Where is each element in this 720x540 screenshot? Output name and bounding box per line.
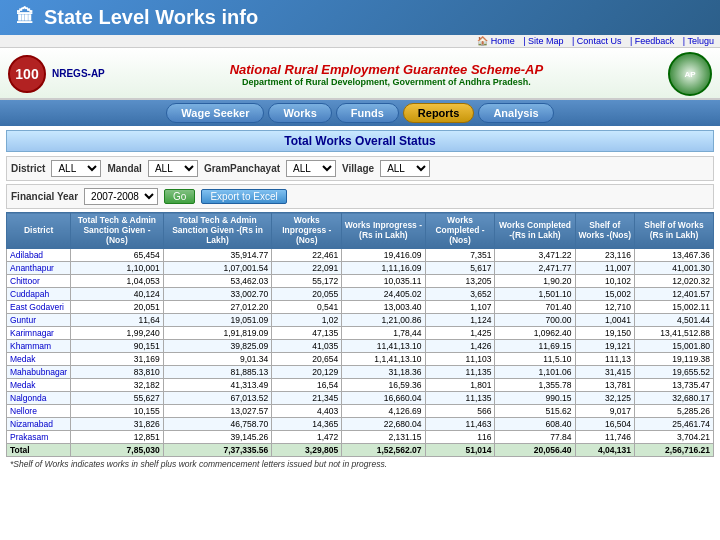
table-row: Medak31,1699,01.3420,6541,1,41,13.1011,1… xyxy=(7,352,714,365)
data-cell: 1,99,240 xyxy=(71,326,164,339)
fy-label: Financial Year xyxy=(11,191,78,202)
nregs-label: NREGS-AP xyxy=(52,68,105,80)
mandal-label: Mandal xyxy=(107,163,141,174)
data-cell: 11,746 xyxy=(575,430,635,443)
data-cell: 11,135 xyxy=(425,365,495,378)
export-button[interactable]: Export to Excel xyxy=(201,189,286,204)
nav-funds[interactable]: Funds xyxy=(336,103,399,123)
nav-works[interactable]: Works xyxy=(268,103,331,123)
fy-select[interactable]: 2007-2008 xyxy=(84,188,158,205)
data-cell: 19,655.52 xyxy=(635,365,714,378)
data-cell: 13,467.36 xyxy=(635,248,714,261)
nav-analysis[interactable]: Analysis xyxy=(478,103,553,123)
nav-bar: Wage Seeker Works Funds Reports Analysis xyxy=(0,100,720,126)
feedback-link[interactable]: | Feedback xyxy=(630,36,674,46)
data-cell: 31,18.36 xyxy=(342,365,425,378)
sitemap-link[interactable]: | Site Map xyxy=(523,36,563,46)
district-cell[interactable]: Mahabubnagar xyxy=(7,365,71,378)
works-table: District Total Tech & Admin Sanction Giv… xyxy=(6,212,714,457)
data-cell: 24,405.02 xyxy=(342,287,425,300)
district-cell[interactable]: Cuddapah xyxy=(7,287,71,300)
data-cell: 15,002.11 xyxy=(635,300,714,313)
data-cell: 32,680.17 xyxy=(635,391,714,404)
go-button[interactable]: Go xyxy=(164,189,195,204)
data-cell: 1,0041 xyxy=(575,313,635,326)
data-cell: 990.15 xyxy=(495,391,575,404)
title-bar: 🏛 State Level Works info xyxy=(0,0,720,35)
main-content: Total Works Overall Status District ALL … xyxy=(0,126,720,475)
total-value: 4,04,131 xyxy=(575,443,635,456)
data-cell: 1,91,819.09 xyxy=(163,326,272,339)
district-cell[interactable]: Ananthapur xyxy=(7,261,71,274)
data-cell: 16,59.36 xyxy=(342,378,425,391)
data-cell: 90,151 xyxy=(71,339,164,352)
data-cell: 31,169 xyxy=(71,352,164,365)
total-row: Total7,85,0307,37,335.563,29,8051,52,562… xyxy=(7,443,714,456)
total-value: 51,014 xyxy=(425,443,495,456)
contact-link[interactable]: | Contact Us xyxy=(572,36,621,46)
col-shelf-lakh: Shelf of Works (Rs in Lakh) xyxy=(635,213,714,249)
district-cell[interactable]: Medak xyxy=(7,378,71,391)
data-cell: 32,182 xyxy=(71,378,164,391)
data-cell: 701.40 xyxy=(495,300,575,313)
data-cell: 1,07,001.54 xyxy=(163,261,272,274)
data-cell: 111,13 xyxy=(575,352,635,365)
nav-reports[interactable]: Reports xyxy=(403,103,475,123)
filter-row-2: Financial Year 2007-2008 Go Export to Ex… xyxy=(6,184,714,209)
data-cell: 39,825.09 xyxy=(163,339,272,352)
col-comp-nos: Works Completed -(Nos) xyxy=(425,213,495,249)
data-cell: 35,914.77 xyxy=(163,248,272,261)
data-cell: 16,660.04 xyxy=(342,391,425,404)
site-header: 100 NREGS-AP National Rural Employment G… xyxy=(0,48,720,100)
district-cell[interactable]: Karimnagar xyxy=(7,326,71,339)
data-cell: 515.62 xyxy=(495,404,575,417)
data-cell: 25,461.74 xyxy=(635,417,714,430)
district-cell[interactable]: Chittoor xyxy=(7,274,71,287)
footer-note: *Shelf of Works indicates works in shelf… xyxy=(6,457,714,471)
data-cell: 11,64 xyxy=(71,313,164,326)
district-cell[interactable]: Guntur xyxy=(7,313,71,326)
district-cell[interactable]: Medak xyxy=(7,352,71,365)
data-cell: 23,116 xyxy=(575,248,635,261)
data-cell: 608.40 xyxy=(495,417,575,430)
data-cell: 11,135 xyxy=(425,391,495,404)
center-header: National Rural Employment Guarantee Sche… xyxy=(113,62,660,87)
data-cell: 4,126.69 xyxy=(342,404,425,417)
district-cell[interactable]: Prakasam xyxy=(7,430,71,443)
district-cell[interactable]: Adilabad xyxy=(7,248,71,261)
col-inprog-lakh: Works Inprogress -(Rs in Lakh) xyxy=(342,213,425,249)
data-cell: 0,541 xyxy=(272,300,342,313)
data-cell: 1,04,053 xyxy=(71,274,164,287)
data-cell: 19,150 xyxy=(575,326,635,339)
data-cell: 1,801 xyxy=(425,378,495,391)
data-cell: 1,425 xyxy=(425,326,495,339)
district-cell[interactable]: Nalgonda xyxy=(7,391,71,404)
data-cell: 4,501.44 xyxy=(635,313,714,326)
district-cell[interactable]: Khammam xyxy=(7,339,71,352)
filter-row-1: District ALL Mandal ALL GramPanchayat AL… xyxy=(6,156,714,181)
home-link[interactable]: 🏠 Home xyxy=(477,36,515,46)
data-cell: 14,365 xyxy=(272,417,342,430)
district-cell[interactable]: Nizamabad xyxy=(7,417,71,430)
district-label: District xyxy=(11,163,45,174)
data-cell: 33,002.70 xyxy=(163,287,272,300)
telugu-link[interactable]: | Telugu xyxy=(683,36,714,46)
total-value: 2,56,716.21 xyxy=(635,443,714,456)
data-cell: 20,055 xyxy=(272,287,342,300)
district-cell[interactable]: Nellore xyxy=(7,404,71,417)
data-cell: 11,007 xyxy=(575,261,635,274)
data-cell: 12,710 xyxy=(575,300,635,313)
nav-wage-seeker[interactable]: Wage Seeker xyxy=(166,103,264,123)
data-cell: 9,01.34 xyxy=(163,352,272,365)
district-select[interactable]: ALL xyxy=(51,160,101,177)
district-cell[interactable]: East Godaveri xyxy=(7,300,71,313)
data-cell: 3,652 xyxy=(425,287,495,300)
table-row: Nalgonda55,62767,013.5221,34516,660.0411… xyxy=(7,391,714,404)
total-value: 7,37,335.56 xyxy=(163,443,272,456)
data-cell: 19,416.09 xyxy=(342,248,425,261)
gp-select[interactable]: ALL xyxy=(286,160,336,177)
data-cell: 1,472 xyxy=(272,430,342,443)
mandal-select[interactable]: ALL xyxy=(148,160,198,177)
dept-title: Department of Rural Development, Governm… xyxy=(113,77,660,87)
village-select[interactable]: ALL xyxy=(380,160,430,177)
